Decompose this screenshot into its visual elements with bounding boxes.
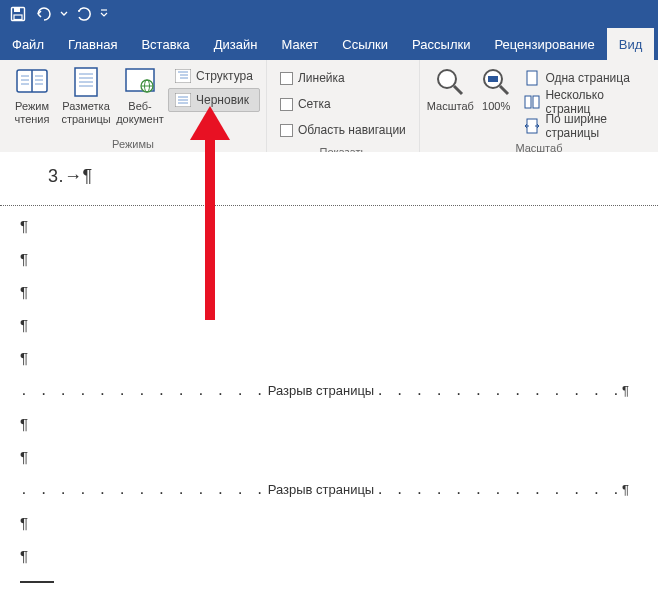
doc-line: 3.→¶ <box>48 166 638 187</box>
svg-rect-35 <box>527 71 537 85</box>
undo-dropdown[interactable] <box>58 2 70 26</box>
outline-icon <box>175 68 191 84</box>
multi-page-icon <box>524 94 540 110</box>
navpane-label: Область навигации <box>298 123 406 137</box>
ruler-checkbox[interactable]: Линейка <box>273 66 413 90</box>
print-layout-label-1: Разметка <box>62 100 110 113</box>
web-layout-icon <box>124 66 156 98</box>
paragraph-mark: ¶ <box>20 350 638 365</box>
print-layout-icon <box>70 66 102 98</box>
zoom-button[interactable]: Масштаб <box>426 64 475 134</box>
page-break-dots: . . . . . . . . . . . . . <box>20 482 266 497</box>
undo-button[interactable] <box>32 2 56 26</box>
outline-button[interactable]: Структура <box>168 64 260 88</box>
paragraph-mark: ¶ <box>20 284 638 299</box>
paragraph-mark: ¶ <box>622 383 629 398</box>
paragraph-mark: ¶ <box>20 416 638 431</box>
page-break-text: Разрыв страницы <box>266 482 377 497</box>
draft-label: Черновик <box>196 93 249 107</box>
paragraph-mark: ¶ <box>20 218 638 233</box>
svg-line-31 <box>454 86 462 94</box>
page-break-mark: . . . . . . . . . . . . . Разрыв страниц… <box>20 482 638 497</box>
read-mode-label-2: чтения <box>15 113 50 126</box>
paragraph-mark: ¶ <box>20 515 638 530</box>
web-layout-label-2: документ <box>116 113 164 126</box>
tab-design[interactable]: Дизайн <box>202 28 270 60</box>
svg-point-3 <box>78 10 80 12</box>
checkbox-icon <box>280 98 293 111</box>
svg-rect-2 <box>14 15 22 20</box>
paragraph-mark: ¶ <box>20 449 638 464</box>
page-break-text: Разрыв страницы <box>266 383 377 398</box>
read-mode-label-1: Режим <box>15 100 49 113</box>
svg-rect-1 <box>14 8 20 12</box>
save-icon <box>10 6 26 22</box>
redo-button[interactable] <box>72 2 96 26</box>
svg-rect-37 <box>533 96 539 108</box>
undo-icon <box>34 6 54 22</box>
quick-access-toolbar <box>0 0 658 28</box>
document-area[interactable]: 3.→¶ ¶ ¶ ¶ ¶ ¶ . . . . . . . . . . . . .… <box>0 152 658 606</box>
chevron-down-icon <box>60 10 68 18</box>
page-width-icon <box>524 118 540 134</box>
paragraph-mark: ¶ <box>20 548 638 563</box>
draft-icon <box>175 92 191 108</box>
redo-icon <box>76 6 92 22</box>
tab-mailings[interactable]: Рассылки <box>400 28 482 60</box>
svg-point-30 <box>438 70 456 88</box>
multi-page-button[interactable]: Несколько страниц <box>517 90 652 114</box>
page-break-mark: . . . . . . . . . . . . . Разрыв страниц… <box>20 383 638 398</box>
svg-line-34 <box>500 86 508 94</box>
read-mode-icon <box>16 66 48 98</box>
zoom-100-icon <box>480 66 512 98</box>
one-page-button[interactable]: Одна страница <box>517 66 652 90</box>
print-layout-button[interactable]: Разметка страницы <box>60 64 112 134</box>
customize-icon <box>100 9 108 19</box>
save-button[interactable] <box>6 2 30 26</box>
svg-rect-22 <box>175 69 191 83</box>
page-break-dots: . . . . . . . . . . . . . <box>376 482 622 497</box>
zoom-100-label: 100% <box>482 100 510 113</box>
navpane-checkbox[interactable]: Область навигации <box>273 118 413 142</box>
one-page-label: Одна страница <box>545 71 629 85</box>
ruler-label: Линейка <box>298 71 345 85</box>
svg-rect-36 <box>525 96 531 108</box>
end-mark <box>20 581 54 583</box>
one-page-icon <box>524 70 540 86</box>
tab-file[interactable]: Файл <box>0 28 56 60</box>
grid-checkbox[interactable]: Сетка <box>273 92 413 116</box>
page-boundary <box>0 205 658 206</box>
zoom-label: Масштаб <box>427 100 474 113</box>
tab-review[interactable]: Рецензирование <box>482 28 606 60</box>
group-label-modes: Режимы <box>0 138 266 153</box>
zoom-100-button[interactable]: 100% <box>477 64 516 134</box>
web-layout-button[interactable]: Веб- документ <box>114 64 166 134</box>
print-layout-label-2: страницы <box>61 113 110 126</box>
checkbox-icon <box>280 72 293 85</box>
outline-label: Структура <box>196 69 253 83</box>
page-width-label: По ширине страницы <box>545 112 645 140</box>
menu-bar: Файл Главная Вставка Дизайн Макет Ссылки… <box>0 28 658 60</box>
draft-button[interactable]: Черновик <box>168 88 260 112</box>
paragraph-mark: ¶ <box>20 317 638 332</box>
tab-view[interactable]: Вид <box>607 28 655 60</box>
qat-customize[interactable] <box>98 2 110 26</box>
page-break-dots: . . . . . . . . . . . . . <box>20 383 266 398</box>
zoom-icon <box>434 66 466 98</box>
tab-insert[interactable]: Вставка <box>129 28 201 60</box>
ribbon: Режим чтения Разметка страницы Веб- доку… <box>0 60 658 153</box>
page-break-dots: . . . . . . . . . . . . . <box>376 383 622 398</box>
paragraph-mark: ¶ <box>622 482 629 497</box>
checkbox-icon <box>280 124 293 137</box>
tab-home[interactable]: Главная <box>56 28 129 60</box>
grid-label: Сетка <box>298 97 331 111</box>
svg-rect-33 <box>488 76 498 82</box>
paragraph-mark: ¶ <box>20 251 638 266</box>
tab-references[interactable]: Ссылки <box>330 28 400 60</box>
web-layout-label-1: Веб- <box>128 100 151 113</box>
page-width-button[interactable]: По ширине страницы <box>517 114 652 138</box>
tab-layout[interactable]: Макет <box>269 28 330 60</box>
read-mode-button[interactable]: Режим чтения <box>6 64 58 134</box>
